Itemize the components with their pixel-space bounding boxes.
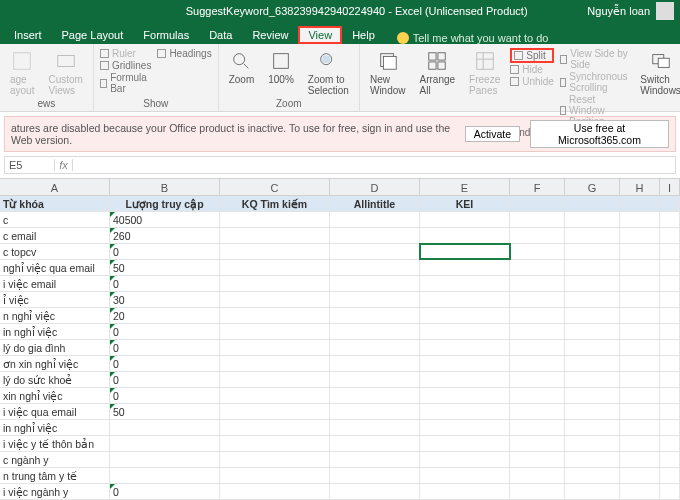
zoom-100-button[interactable]: 100% [264, 48, 298, 87]
cell[interactable] [620, 468, 660, 483]
cell[interactable]: ơn xin nghỉ việc [0, 356, 110, 371]
cell[interactable] [510, 260, 565, 275]
cell[interactable] [510, 388, 565, 403]
cell[interactable] [620, 244, 660, 259]
cell[interactable] [110, 452, 220, 467]
cell[interactable] [220, 484, 330, 499]
cell[interactable] [620, 308, 660, 323]
cell[interactable] [510, 308, 565, 323]
cell[interactable] [220, 212, 330, 227]
cell[interactable] [660, 468, 680, 483]
header-cell[interactable]: Từ khóa [0, 196, 110, 211]
cell[interactable] [330, 436, 420, 451]
cell[interactable]: 30 [110, 292, 220, 307]
cell[interactable] [565, 468, 620, 483]
cell[interactable] [420, 308, 510, 323]
cell[interactable] [660, 356, 680, 371]
header-cell[interactable] [660, 196, 680, 211]
cell[interactable] [620, 484, 660, 499]
cell[interactable]: 0 [110, 356, 220, 371]
cell[interactable]: n trung tâm y tế [0, 468, 110, 483]
cell[interactable]: xin nghỉ việc [0, 388, 110, 403]
name-box[interactable]: E5 [5, 159, 55, 171]
cell[interactable] [620, 292, 660, 307]
cell[interactable] [510, 324, 565, 339]
cell[interactable] [510, 228, 565, 243]
split-button[interactable]: Split [510, 48, 554, 63]
gridlines-checkbox[interactable]: Gridlines [100, 60, 151, 71]
cell[interactable] [660, 260, 680, 275]
cell[interactable] [510, 468, 565, 483]
cell[interactable] [660, 324, 680, 339]
cell[interactable] [420, 276, 510, 291]
tellme-text[interactable]: Tell me what you want to do [413, 32, 549, 44]
cell[interactable]: 0 [110, 340, 220, 355]
tab-formulas[interactable]: Formulas [133, 26, 199, 44]
cell[interactable] [220, 228, 330, 243]
cell[interactable]: nghỉ việc qua email [0, 260, 110, 275]
activate-button[interactable]: Activate [465, 126, 520, 142]
cell[interactable] [660, 420, 680, 435]
cell[interactable] [330, 468, 420, 483]
cell[interactable] [220, 388, 330, 403]
cell[interactable] [420, 244, 510, 259]
cell[interactable] [565, 484, 620, 499]
cell[interactable]: 20 [110, 308, 220, 323]
cell[interactable] [330, 212, 420, 227]
cell[interactable] [660, 244, 680, 259]
cell[interactable] [565, 324, 620, 339]
cell[interactable] [220, 420, 330, 435]
column-header[interactable]: E [420, 179, 510, 195]
hide-button[interactable]: Hide [510, 64, 554, 75]
cell[interactable] [565, 388, 620, 403]
tab-help[interactable]: Help [342, 26, 385, 44]
new-window-button[interactable]: New Window [366, 48, 410, 98]
zoom-button[interactable]: Zoom [225, 48, 259, 87]
cell[interactable] [220, 308, 330, 323]
cell[interactable]: 0 [110, 244, 220, 259]
column-header[interactable]: A [0, 179, 110, 195]
column-header[interactable]: G [565, 179, 620, 195]
cell[interactable] [110, 436, 220, 451]
cell[interactable] [565, 340, 620, 355]
cell[interactable] [330, 452, 420, 467]
cell[interactable]: i việc qua email [0, 404, 110, 419]
cell[interactable] [565, 372, 620, 387]
header-cell[interactable] [510, 196, 565, 211]
cell[interactable] [420, 340, 510, 355]
cell[interactable] [620, 372, 660, 387]
cell[interactable]: i việc ngành y [0, 484, 110, 499]
cell[interactable] [620, 452, 660, 467]
cell[interactable] [510, 420, 565, 435]
cell[interactable] [220, 468, 330, 483]
cell[interactable] [510, 292, 565, 307]
cell[interactable]: c [0, 212, 110, 227]
column-header[interactable]: F [510, 179, 565, 195]
tab-insert[interactable]: Insert [4, 26, 52, 44]
freeze-panes-button[interactable]: Freeze Panes [465, 48, 504, 98]
cell[interactable] [220, 356, 330, 371]
cell[interactable] [620, 276, 660, 291]
cell[interactable] [220, 292, 330, 307]
cell[interactable] [420, 468, 510, 483]
cell[interactable] [330, 228, 420, 243]
cell[interactable] [330, 356, 420, 371]
cell[interactable] [620, 356, 660, 371]
cell[interactable]: in nghỉ việc [0, 324, 110, 339]
column-header[interactable]: D [330, 179, 420, 195]
column-header[interactable]: I [660, 179, 680, 195]
use-free-button[interactable]: Use free at Microsoft365.com [530, 120, 669, 148]
cell[interactable] [420, 212, 510, 227]
header-cell[interactable]: KEI [420, 196, 510, 211]
cell[interactable]: 0 [110, 484, 220, 499]
switch-windows-button[interactable]: Switch Windows [636, 48, 680, 98]
cell[interactable] [565, 404, 620, 419]
cell[interactable]: lý do sức khoẻ [0, 372, 110, 387]
cell[interactable] [565, 244, 620, 259]
cell[interactable] [420, 436, 510, 451]
cell[interactable] [420, 388, 510, 403]
arrange-all-button[interactable]: Arrange All [416, 48, 460, 98]
fx-icon[interactable]: fx [55, 159, 73, 171]
cell[interactable] [420, 260, 510, 275]
formulabar-checkbox[interactable]: Formula Bar [100, 72, 151, 94]
